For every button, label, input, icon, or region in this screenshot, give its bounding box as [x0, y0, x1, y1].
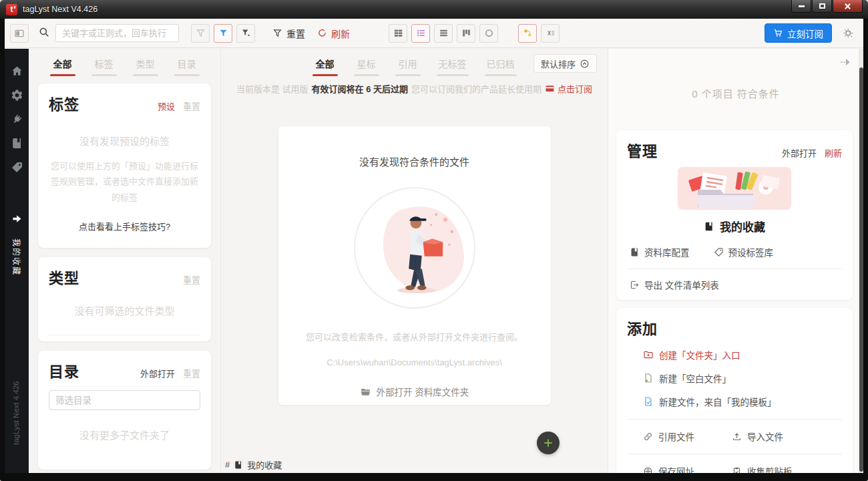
view-columns-button[interactable] — [457, 24, 475, 43]
library-config-button[interactable]: 资料库配置 — [630, 245, 690, 259]
collect-clipboard-button[interactable]: 收集剪贴板 — [732, 464, 793, 473]
tags-tip-link[interactable]: 点击看看上手标签技巧? — [49, 220, 200, 232]
tags-preset-link[interactable]: 预设 — [158, 100, 175, 112]
collapse-panel-icon[interactable] — [839, 57, 853, 67]
left-tab-all[interactable]: 全部 — [50, 57, 75, 76]
right-panel-scrollbar[interactable] — [859, 49, 863, 473]
main-tab-archived[interactable]: 已归档 — [485, 57, 517, 76]
funnel-filled-icon — [218, 28, 228, 38]
upload-icon — [732, 432, 742, 442]
config-book-icon — [630, 247, 640, 257]
view-mode-group — [389, 24, 498, 43]
create-folder-entry-button[interactable]: 创建「文件夹」入口 — [643, 348, 842, 361]
left-tab-directory[interactable]: 目录 — [174, 57, 200, 76]
hash-symbol: # — [225, 460, 230, 470]
subscribe-label: 立刻订阅 — [787, 27, 823, 40]
type-reset-link[interactable]: 重置 — [183, 273, 200, 286]
file-plus-icon — [643, 373, 654, 383]
add-file-fab[interactable] — [537, 432, 560, 454]
app-window: t tagLyst Next V4.426 — [0, 0, 868, 481]
notice-subscribe-link[interactable]: 点击订阅 — [545, 82, 592, 95]
tags-empty-title: 没有发现预设的标签 — [49, 134, 200, 148]
main-tab-untagged[interactable]: 无标签 — [437, 57, 469, 76]
sort-order-icon — [580, 59, 590, 69]
view-grid-button[interactable] — [389, 24, 407, 43]
view-circle-button[interactable] — [479, 24, 498, 43]
home-icon[interactable] — [11, 65, 23, 77]
left-tab-type[interactable]: 类型 — [133, 57, 158, 76]
reset-filters-button[interactable]: 重置 — [272, 27, 305, 40]
import-file-button[interactable]: 导入文件 — [732, 430, 783, 443]
main-tab-starred[interactable]: 星标 — [354, 57, 379, 76]
open-library-folder-link[interactable]: 外部打开 资料库文件夹 — [278, 385, 551, 398]
app-frame: 重置 刷新 — [5, 19, 863, 473]
view-rows-button[interactable] — [434, 24, 453, 43]
trial-notice-bar: 当前版本是 试用版 有效订阅将在 6 天后过期 您可以订阅我们的产品延长使用期 … — [221, 82, 608, 95]
url-clipboard-row: 保存网址 收集剪贴板 — [627, 454, 842, 473]
current-library-name: 我的收藏 — [720, 218, 765, 234]
manage-refresh-link[interactable]: 刷新 — [825, 146, 842, 159]
tags-card-title: 标签 — [49, 92, 79, 114]
filter-add-button[interactable] — [236, 24, 255, 43]
manage-card-title: 管理 — [627, 139, 658, 160]
minimize-button[interactable] — [791, 0, 811, 13]
directory-open-external-link[interactable]: 外部打开 — [140, 367, 175, 379]
scrollbar-thumb[interactable] — [859, 67, 863, 472]
main-tab-all[interactable]: 全部 — [312, 57, 338, 76]
tag-icon[interactable] — [11, 161, 23, 174]
filter-on-button[interactable] — [214, 24, 232, 43]
rail-version-label: tagLyst Next 4.426 — [12, 381, 20, 445]
footer-library-name[interactable]: 我的收藏 — [247, 458, 282, 471]
settings-gear-icon[interactable] — [11, 89, 23, 102]
type-card-title: 类型 — [49, 266, 79, 287]
search-input[interactable] — [55, 24, 179, 42]
preset-tag-library-button[interactable]: 预设标签库 — [714, 245, 774, 259]
tags-reset-link[interactable]: 重置 — [183, 100, 200, 112]
funnel-reset-icon — [272, 28, 282, 38]
left-tab-tags[interactable]: 标签 — [91, 57, 117, 76]
filter-off-button[interactable] — [191, 24, 210, 43]
subscribe-now-button[interactable]: 立刻订阅 — [765, 23, 832, 43]
new-blank-file-button[interactable]: 新建「空白文件」 — [643, 371, 842, 385]
plugin-icon[interactable] — [11, 113, 23, 126]
library-book-icon — [704, 221, 714, 232]
spreadsheet-icon — [546, 28, 556, 38]
new-file-from-template-button[interactable]: 新建文件，来自「我的模板」 — [643, 395, 842, 408]
export-icon — [630, 280, 640, 290]
manage-open-external-link[interactable]: 外部打开 — [782, 146, 817, 159]
minimize-icon — [799, 5, 805, 7]
reference-file-button[interactable]: 引用文件 — [643, 430, 694, 443]
main-tab-referenced[interactable]: 引用 — [395, 57, 421, 76]
theme-brightness-button[interactable] — [841, 27, 854, 39]
rail-active-library-label[interactable]: 我的收藏 — [11, 238, 23, 276]
export-table-button[interactable] — [541, 24, 560, 43]
view-list-button[interactable] — [411, 24, 430, 43]
directory-filter-input[interactable] — [49, 390, 200, 410]
current-library-row[interactable]: 我的收藏 — [627, 218, 842, 234]
refresh-button[interactable]: 刷新 — [317, 27, 350, 40]
filter-button-group — [191, 24, 255, 43]
sort-button[interactable]: 默认排序 — [533, 54, 597, 73]
notice-expiry: 有效订阅将在 6 天后过期 — [312, 82, 408, 95]
active-library-arrow-icon[interactable] — [11, 213, 23, 224]
cart-icon — [773, 28, 783, 38]
library-path: C:\Users\wuhan\Documents\tagLyst.archive… — [278, 357, 551, 367]
sort-label: 默认排序 — [541, 57, 576, 70]
sidebar-toggle-button[interactable] — [10, 24, 29, 43]
tag-structure-button[interactable] — [518, 24, 537, 43]
library-book-icon[interactable] — [11, 137, 23, 150]
directory-card-title: 目录 — [49, 359, 79, 381]
main-tabs-row: 全部 星标 引用 无标签 已归档 默认排序 — [221, 49, 608, 76]
rows-view-icon — [439, 28, 449, 38]
directory-reset-link[interactable]: 重置 — [183, 367, 200, 379]
funnel-outline-icon — [196, 28, 206, 38]
folder-plus-icon — [643, 349, 654, 360]
maximize-button[interactable] — [812, 0, 832, 13]
type-empty-text: 没有可筛选的文件类型 — [49, 303, 200, 317]
save-url-button[interactable]: 保存网址 — [643, 464, 694, 473]
clipboard-icon — [732, 466, 742, 474]
export-file-list-button[interactable]: 导出 文件清单列表 — [630, 278, 719, 291]
library-banner-illustration — [678, 167, 791, 210]
close-button[interactable] — [833, 0, 863, 13]
title-bar: t tagLyst Next V4.426 — [0, 0, 868, 19]
